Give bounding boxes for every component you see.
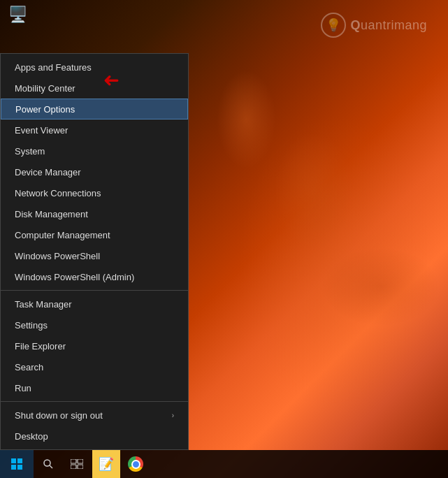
svg-rect-7 [78, 459, 83, 463]
menu-item-computer-management[interactable]: Computer Management [1, 224, 188, 245]
menu-item-powershell[interactable]: Windows PowerShell [1, 245, 188, 266]
menu-item-desktop[interactable]: Desktop [1, 426, 188, 447]
svg-rect-1 [17, 458, 22, 463]
watermark: 💡 Quantrimang [321, 13, 427, 38]
menu-item-settings[interactable]: Settings [1, 314, 188, 335]
menu-section-1: Apps and Features Mobility Center Power … [1, 54, 188, 291]
menu-item-device-manager[interactable]: Device Manager [1, 161, 188, 182]
watermark-text: Quantrimang [350, 18, 427, 33]
menu-item-shutdown[interactable]: Shut down or sign out › [1, 405, 188, 426]
desktop-icon[interactable]: 🖥️ [8, 6, 27, 24]
menu-item-task-manager[interactable]: Task Manager [1, 294, 188, 314]
monitor-icon: 🖥️ [8, 6, 27, 24]
chrome-button[interactable] [122, 450, 150, 478]
watermark-icon: 💡 [321, 13, 346, 38]
windows-icon [11, 458, 22, 470]
menu-item-disk-management[interactable]: Disk Management [1, 203, 188, 224]
svg-rect-3 [17, 465, 22, 470]
menu-section-2: Task Manager Settings File Explorer Sear… [1, 291, 188, 402]
svg-line-5 [50, 465, 52, 468]
search-icon [43, 458, 54, 470]
svg-rect-0 [11, 458, 16, 463]
taskview-icon [71, 459, 83, 469]
svg-rect-8 [71, 465, 76, 469]
taskbar: 📝 [0, 450, 448, 478]
context-menu: Apps and Features Mobility Center Power … [0, 53, 189, 450]
menu-item-apps-features[interactable]: Apps and Features [1, 57, 188, 78]
start-button[interactable] [0, 450, 34, 478]
taskbar-search-button[interactable] [34, 450, 63, 478]
menu-item-mobility-center[interactable]: Mobility Center [1, 78, 188, 99]
svg-point-4 [44, 460, 50, 466]
menu-item-search[interactable]: Search [1, 356, 188, 377]
menu-item-network-connections[interactable]: Network Connections [1, 182, 188, 203]
menu-item-system[interactable]: System [1, 140, 188, 161]
svg-rect-6 [71, 459, 76, 463]
sticky-icon: 📝 [99, 456, 114, 472]
svg-rect-9 [78, 465, 83, 469]
svg-rect-2 [11, 465, 16, 470]
menu-section-3: Shut down or sign out › Desktop [1, 402, 188, 449]
shutdown-arrow-icon: › [172, 412, 174, 419]
sticky-notes-button[interactable]: 📝 [92, 450, 120, 478]
task-view-button[interactable] [63, 450, 91, 478]
chrome-icon [128, 456, 143, 472]
menu-item-power-options[interactable]: Power Options [1, 99, 188, 120]
menu-item-powershell-admin[interactable]: Windows PowerShell (Admin) [1, 266, 188, 287]
menu-item-event-viewer[interactable]: Event Viewer [1, 120, 188, 140]
menu-item-run[interactable]: Run [1, 377, 188, 398]
menu-item-file-explorer[interactable]: File Explorer [1, 335, 188, 356]
